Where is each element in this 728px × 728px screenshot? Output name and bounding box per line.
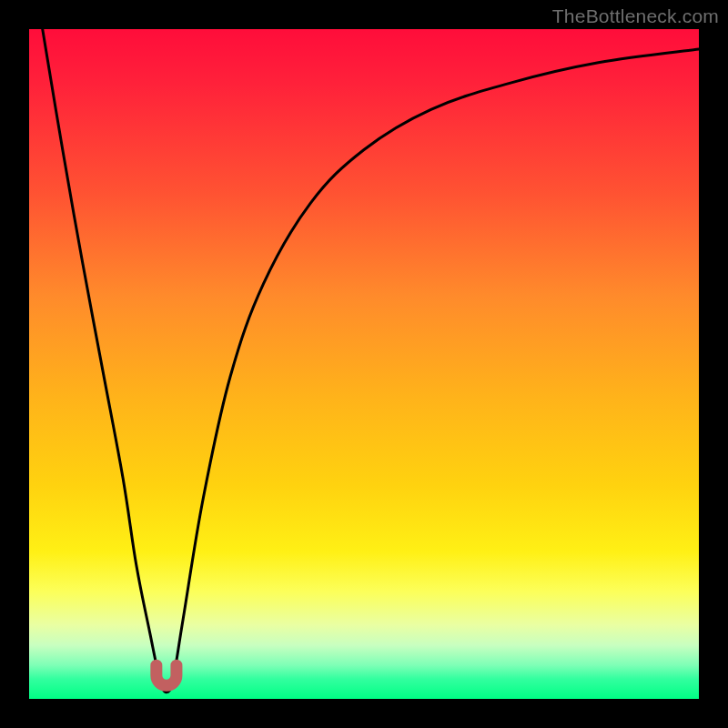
- chart-svg-layer: [29, 29, 699, 699]
- bottleneck-curve-path: [43, 29, 699, 693]
- optimal-marker: [157, 665, 177, 685]
- watermark-text: TheBottleneck.com: [552, 5, 719, 27]
- chart-frame: TheBottleneck.com: [0, 0, 728, 728]
- chart-plot-area: [29, 29, 699, 699]
